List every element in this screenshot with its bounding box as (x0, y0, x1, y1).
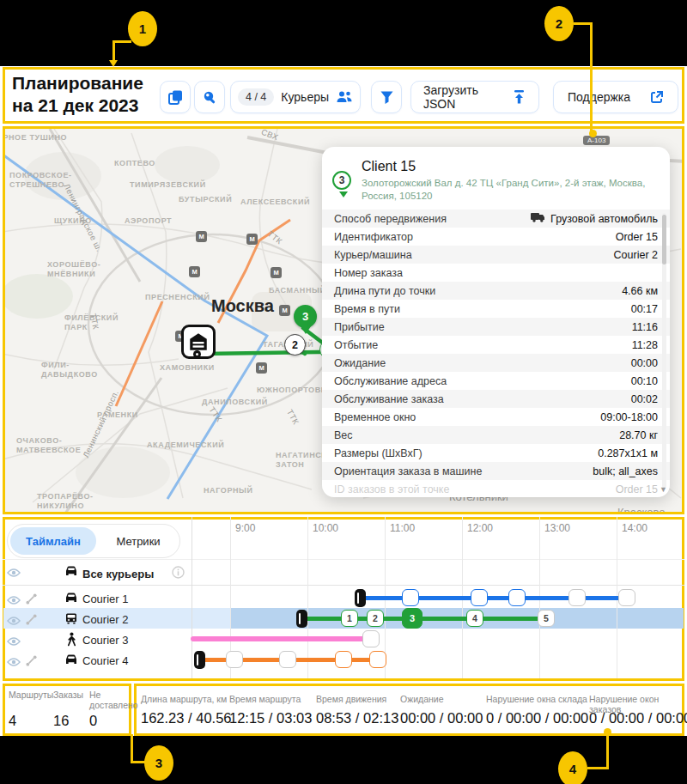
depot-timeline-icon (355, 589, 366, 607)
popup-row: Вес28.70 кг (322, 426, 670, 444)
popup-row: Размеры (ШхВхГ)0.287x1x1 м (322, 444, 670, 462)
users-icon (336, 90, 353, 104)
filter-button[interactable] (371, 81, 402, 113)
stat-label: Маршруты (9, 690, 53, 700)
couriers-label: Курьеры (281, 90, 329, 104)
load-json-button[interactable]: Загрузить JSON (410, 81, 539, 113)
map-district-label: КОПТЕВО (114, 159, 155, 168)
timeline-stop[interactable]: 5 (538, 610, 555, 627)
timeline-stop[interactable]: 4 (466, 610, 483, 627)
search-button[interactable] (194, 81, 225, 113)
timeline-stop[interactable] (508, 589, 526, 606)
external-link-icon (650, 90, 664, 104)
popup-row: Длина пути до точки4.66 км (322, 282, 670, 300)
timeline-stop[interactable] (335, 651, 352, 668)
timeline-stop[interactable]: 1 (341, 610, 358, 627)
courier-name-all[interactable]: Все курьеры (82, 568, 154, 580)
stat-value: 0 / 00:00 / 00:00 (486, 710, 588, 726)
popup-scrollbar-track[interactable] (662, 213, 666, 488)
timeline-stop[interactable] (226, 651, 243, 668)
annotation-dot-4 (604, 728, 611, 736)
support-button[interactable]: Поддержка (553, 81, 678, 113)
timeline-stop[interactable] (369, 651, 386, 668)
metro-icon: М (189, 266, 200, 277)
timeline-stop[interactable]: 2 (367, 610, 384, 627)
courier-name[interactable]: Courier 2 (82, 613, 128, 626)
metro-icon: М (271, 267, 282, 278)
stat-label: Нарушение окна склада (486, 694, 587, 704)
order-marker-2[interactable]: 2 (284, 334, 306, 356)
popup-row: Ожидание00:00 (322, 354, 670, 372)
popup-row: Отбытие11:28 (322, 336, 670, 354)
stat-value: 12:15 / 03:03 (229, 710, 312, 726)
tab-metrics[interactable]: Метрики (100, 527, 177, 555)
timeline-stop[interactable] (618, 589, 635, 606)
courier-name[interactable]: Courier 4 (82, 654, 128, 667)
timeline-stop[interactable] (568, 589, 586, 606)
duplicate-plan-button[interactable] (160, 81, 191, 113)
stat-label: Не доставлено (89, 690, 138, 710)
popup-stop-badge-tail (339, 191, 348, 198)
courier3-route-bar[interactable] (191, 636, 371, 641)
popup-row: Обслуживание адреса00:10 (322, 372, 670, 390)
stat-value: 00:00 / 00:00 (400, 710, 483, 726)
couriers-button[interactable]: 4 / 4 Курьеры (230, 81, 361, 113)
eye-icon[interactable] (7, 566, 21, 581)
info-icon[interactable] (172, 566, 185, 582)
timeline-stop[interactable] (362, 630, 380, 647)
car-icon (64, 653, 79, 670)
depot-timeline-icon (194, 651, 205, 669)
map-district-label: ТРОПАРЁВО- НИКУЛИНО (37, 492, 94, 511)
stat-label: Ожидание (400, 694, 444, 704)
popup-row: Временное окно09:00-18:00 (322, 408, 670, 426)
courier-name[interactable]: Courier 3 (82, 634, 128, 647)
truck-icon (64, 612, 79, 629)
hour-label: 9:00 (235, 522, 255, 534)
order-marker-3-selected[interactable]: 3 (294, 305, 317, 328)
popup-table: Способ передвижения Грузовой автомобиль … (322, 210, 670, 497)
support-label: Поддержка (568, 90, 630, 104)
depot-anchor-dot (193, 350, 201, 358)
upload-icon (512, 89, 526, 105)
timeline-stop[interactable] (279, 651, 296, 668)
stat-value: 162.23 / 40.56 (141, 710, 232, 726)
hour-label: 13:00 (544, 522, 570, 534)
filter-icon (380, 90, 394, 105)
load-json-label: Загрузить JSON (423, 83, 505, 111)
timeline-stop[interactable] (471, 589, 488, 606)
map-section[interactable]: СЕВЕРНОЕ ТУШИНО ПОКРОВСКОЕ- СТРЕШНЕВО КО… (3, 126, 684, 514)
popup-row-faded: ID заказов в этой точкеOrder 15 (322, 480, 670, 497)
map-district-label: ОЧАКОВО- МАТВЕЕВСКОЕ (16, 436, 81, 455)
tab-timeline[interactable]: Таймлайн (10, 527, 96, 555)
timeline-stop-selected[interactable]: 3 (402, 608, 423, 629)
map-district-label: ТИМИРЯЗЕВСКИЙ (130, 180, 206, 190)
search-icon (202, 89, 218, 106)
hour-label: 14:00 (622, 522, 647, 534)
popup-scrollbar-thumb[interactable] (662, 215, 666, 264)
popup-scroll-down-arrow[interactable]: ▼ (660, 485, 667, 494)
route-icon[interactable] (26, 613, 37, 629)
popup-row: Номер заказа (322, 264, 670, 282)
popup-address: Золоторожский Вал д. 42 ТЦ «Гранд Сити»,… (362, 177, 658, 203)
annotation-arrow-1 (109, 60, 118, 67)
couriers-count-badge: 4 / 4 (238, 88, 274, 106)
timeline-stop[interactable] (402, 589, 419, 606)
eye-icon[interactable] (7, 614, 21, 629)
route-icon[interactable] (26, 654, 37, 670)
eye-icon[interactable] (7, 635, 21, 650)
popup-row: Способ передвижения Грузовой автомобиль (322, 210, 670, 228)
road-shield-a103: А-103 (583, 136, 610, 145)
popup-row: ИдентификаторOrder 15 (322, 228, 670, 246)
popup-row: Обслуживание заказа00:02 (322, 390, 670, 408)
stat-value: 4 (9, 713, 16, 729)
map-district-label: АКАДЕМИЧЕСКИЙ (147, 441, 224, 450)
popup-header: 3 Client 15 Золоторожский Вал д. 42 ТЦ «… (322, 147, 670, 210)
route-icon[interactable] (26, 593, 37, 608)
order-popup[interactable]: 3 Client 15 Золоторожский Вал д. 42 ТЦ «… (322, 147, 670, 497)
courier-name[interactable]: Courier 1 (82, 593, 128, 605)
metro-icon: М (256, 362, 267, 374)
eye-icon[interactable] (7, 593, 21, 609)
eye-icon[interactable] (7, 655, 21, 671)
app-screenshot: Планированиена 21 дек 2023 4 / 4 Курьеры… (0, 0, 687, 784)
copy-icon (167, 89, 184, 106)
